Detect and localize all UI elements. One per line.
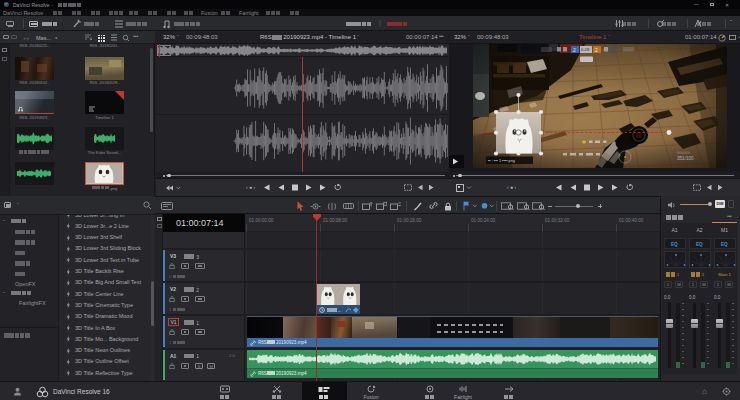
svg-text:▪▪ : ▪▪▪ 1 ▪▪▪▪.png: ▪▪ : ▪▪▪ 1 ▪▪▪▪.png (488, 159, 515, 163)
